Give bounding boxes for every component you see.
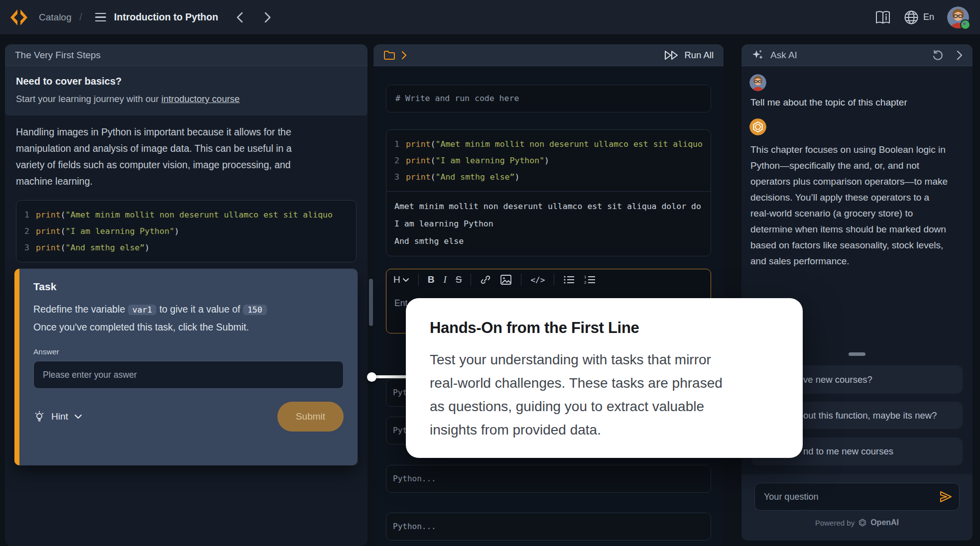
lesson-menu-icon[interactable] [95, 13, 106, 22]
strikethrough-button[interactable]: S [456, 274, 462, 285]
glossary-book-icon[interactable] [875, 10, 891, 25]
code-line: 1print("Amet minim mollit non deserunt u… [24, 207, 348, 223]
tooltip-title: Hands-On from the First Line [430, 319, 779, 337]
basics-callout: Need to cover basics? Start your learnin… [5, 66, 368, 115]
toolbar-divider [471, 274, 471, 286]
lightbulb-icon [33, 411, 45, 423]
code-runner-panel: Run All # Write and run code here 1print… [373, 44, 724, 546]
task-instruction-2: Once you've completed this task, click t… [33, 319, 344, 335]
svg-text:1: 1 [584, 275, 587, 279]
toolbar-divider [554, 274, 554, 286]
run-all-icon [664, 50, 679, 60]
sparkle-icon [751, 49, 764, 62]
brand-logo-icon[interactable] [9, 7, 29, 27]
hint-label: Hint [51, 411, 68, 422]
openai-label: OpenAI [870, 518, 899, 527]
top-navbar: Catalog / Introduction to Python [0, 0, 980, 34]
code-snippet-button[interactable]: </> [530, 275, 545, 285]
basics-title: Need to cover basics? [16, 76, 357, 87]
user-message: Tell me about the topic of this chapter [750, 97, 907, 108]
app: Catalog / Introduction to Python [0, 0, 980, 546]
task-title: Task [33, 281, 344, 293]
inline-code-150: 150 [243, 305, 267, 315]
svg-text:2: 2 [584, 280, 587, 285]
lesson-panel-header: The Very First Steps [5, 44, 368, 66]
runnable-code[interactable]: 1print("Amet minim mollit non deserunt u… [386, 130, 711, 192]
breadcrumb[interactable]: Catalog [39, 12, 72, 23]
introductory-course-link[interactable]: introductory course [161, 94, 240, 104]
python-cell[interactable]: Python... [386, 513, 711, 541]
collapse-panel-icon[interactable] [957, 50, 963, 60]
editor-toolbar: H B I S </> [386, 269, 711, 290]
link-icon[interactable] [480, 274, 491, 285]
lesson-scrollbar-thumb[interactable] [369, 279, 373, 326]
output-line: And smthg else [394, 232, 703, 250]
user-message-avatar [749, 74, 766, 91]
runnable-code-block: 1print("Amet minim mollit non deserunt u… [386, 129, 711, 256]
ai-message-avatar [749, 118, 766, 135]
onboarding-tooltip: Hands-On from the First Line Test your u… [406, 298, 803, 458]
inline-code-var1: var1 [128, 305, 157, 315]
task-card: Task Redefine the variable var1 to give … [14, 269, 358, 465]
run-all-button[interactable]: Run All [664, 50, 714, 61]
answer-input[interactable] [33, 361, 344, 389]
ask-ai-panel: Ask AI [741, 44, 973, 541]
heading-button[interactable]: H [393, 274, 409, 285]
powered-by: Powered by OpenAI [741, 518, 973, 527]
language-switcher[interactable]: En [904, 10, 934, 25]
toolbar-divider [521, 274, 521, 286]
numbered-list-icon[interactable]: 1 2 [584, 275, 596, 285]
scratch-code-input[interactable]: # Write and run code here [386, 85, 711, 112]
send-icon[interactable] [939, 490, 953, 503]
bold-button[interactable]: B [428, 274, 435, 285]
next-chapter-button[interactable] [261, 11, 274, 24]
answer-label: Answer [33, 347, 344, 356]
output-line: I am learning Python [394, 215, 703, 232]
chevron-left-icon [237, 12, 243, 23]
ask-ai-title: Ask AI [770, 50, 797, 61]
code-line: 2print("I am learning Python") [24, 223, 348, 239]
lesson-code-block: 1print("Amet minim mollit non deserunt u… [16, 200, 357, 262]
language-label: En [923, 12, 934, 22]
image-icon[interactable] [500, 274, 512, 285]
chevron-down-icon [74, 414, 82, 419]
lesson-panel: The Very First Steps Need to cover basic… [5, 44, 368, 546]
breadcrumb-separator: / [80, 11, 83, 23]
lesson-title: The Very First Steps [15, 50, 101, 61]
prev-chapter-button[interactable] [233, 11, 246, 24]
output-line: Amet minim mollit non deserunt ullamco e… [394, 198, 703, 215]
chevron-down-icon [402, 278, 409, 282]
run-all-label: Run All [684, 50, 714, 61]
ask-ai-header: Ask AI [741, 44, 973, 66]
python-cell[interactable]: Python... [386, 465, 711, 493]
lesson-paragraph: Handling images in Python is important b… [16, 124, 310, 190]
code-output: Amet minim mollit non deserunt ullamco e… [386, 192, 711, 256]
tooltip-connector-dot [367, 372, 376, 382]
chevron-right-icon [264, 12, 271, 23]
ai-message: This chapter focuses on using Boolean lo… [750, 142, 950, 269]
folder-icon[interactable] [383, 50, 395, 60]
globe-icon [904, 10, 919, 25]
resize-handle[interactable] [849, 352, 865, 356]
toolbar-divider [418, 274, 419, 286]
tooltip-connector-line [371, 375, 408, 378]
refresh-icon[interactable] [932, 49, 944, 61]
user-avatar[interactable] [947, 6, 969, 28]
code-line: 3print("And smthg else”) [24, 239, 348, 256]
hint-button[interactable]: Hint [33, 411, 82, 423]
basics-text: Start your learning journey with our [16, 94, 161, 104]
italic-button[interactable]: I [443, 274, 446, 285]
tooltip-body: Test your understanding with tasks that … [430, 348, 729, 441]
runner-header: Run All [373, 44, 724, 66]
avatar-status-badge [960, 19, 971, 30]
openai-logo-icon [858, 518, 867, 527]
ai-question-input[interactable] [754, 483, 960, 511]
bullet-list-icon[interactable] [563, 275, 575, 285]
chevron-right-small-icon[interactable] [401, 51, 407, 60]
task-instruction: Redefine the variable var1 to give it a … [33, 301, 344, 319]
ask-ai-footer: Powered by OpenAI [741, 474, 973, 541]
page-title: Introduction to Python [114, 11, 218, 23]
submit-button[interactable]: Submit [277, 402, 344, 432]
